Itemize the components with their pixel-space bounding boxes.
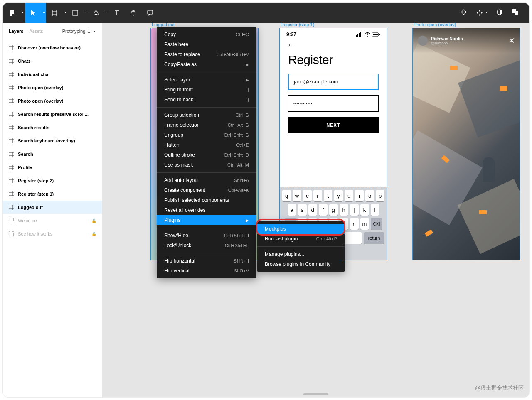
layer-item[interactable]: Search	[3, 147, 102, 161]
chevron-down-icon[interactable]	[21, 11, 25, 15]
submenu-item[interactable]: Run last pluginCtrl+Alt+P	[257, 234, 345, 244]
key-a[interactable]: a	[288, 204, 296, 216]
menu-item[interactable]: Lock/UnlockCtrl+Shift+L	[157, 240, 256, 250]
menu-item[interactable]: Outline strokeCtrl+Shift+O	[157, 150, 256, 160]
lock-icon[interactable]: 🔒	[91, 218, 96, 223]
layer-item[interactable]: Profile	[3, 161, 102, 174]
layer-item[interactable]: Search results (preserve scroll...	[3, 108, 102, 121]
submenu-item[interactable]: Mockplus	[257, 224, 345, 234]
menu-item[interactable]: Flip verticalShift+V	[157, 266, 256, 276]
menu-item[interactable]: Reset all overrides	[157, 205, 256, 215]
key-i[interactable]: i	[355, 190, 364, 201]
layer-item[interactable]: Logged out	[3, 201, 102, 214]
key-h[interactable]: h	[340, 204, 348, 216]
key-o[interactable]: o	[365, 190, 374, 201]
close-icon[interactable]: ✕	[509, 36, 515, 45]
avatar[interactable]	[418, 36, 428, 46]
menu-item[interactable]: Paste here	[157, 39, 256, 49]
frame-photo-overlay[interactable]: Ridhwan Nordin @ridzjcob ✕	[412, 28, 520, 260]
menu-item[interactable]: Bring to front]	[157, 85, 256, 95]
key-q[interactable]: q	[282, 190, 291, 201]
menu-item[interactable]: Group selectionCtrl+G	[157, 110, 256, 120]
back-arrow-icon[interactable]: ←	[280, 41, 387, 49]
menu-item[interactable]: Publish selected components	[157, 195, 256, 205]
key-k[interactable]: k	[360, 204, 369, 216]
menu-item[interactable]: CopyCtrl+C	[157, 29, 256, 39]
layer-item[interactable]: Register (step 2)	[3, 174, 102, 187]
menu-item[interactable]: Paste to replaceCtrl+Alt+Shift+V	[157, 49, 256, 59]
key-j[interactable]: j	[350, 204, 359, 216]
scrollbar-thumb[interactable]	[303, 393, 328, 395]
lock-icon[interactable]: 🔒	[91, 232, 96, 236]
menu-item[interactable]: Frame selectionCtrl+Alt+G	[157, 120, 256, 130]
components-icon[interactable]	[476, 9, 488, 17]
frame-tool[interactable]	[46, 3, 63, 23]
key-return[interactable]: return	[364, 232, 384, 244]
menu-item[interactable]: Use as maskCtrl+Alt+M	[157, 160, 256, 170]
frame-label[interactable]: Register (step 1)	[281, 22, 314, 27]
chevron-down-icon[interactable]	[84, 11, 88, 15]
submenu-item[interactable]: Browse plugins in Community	[257, 259, 345, 269]
frame-label[interactable]: Logged out	[152, 22, 175, 27]
menu-item[interactable]: Show/HideCtrl+Shift+H	[157, 231, 256, 240]
layer-item[interactable]: Search keyboard (overlay)	[3, 134, 102, 147]
layer-item[interactable]: Register (step 1)	[3, 187, 102, 201]
menu-item[interactable]: Plugins▶	[157, 215, 256, 225]
comment-tool[interactable]	[142, 3, 158, 23]
menu-item[interactable]: Copy/Paste as▶	[157, 59, 256, 69]
key-g[interactable]: g	[329, 204, 338, 216]
move-tool[interactable]	[25, 3, 42, 23]
key-w[interactable]: w	[293, 190, 301, 201]
key-s[interactable]: s	[298, 204, 307, 216]
chevron-down-icon[interactable]	[63, 11, 67, 15]
tab-assets[interactable]: Assets	[29, 29, 43, 34]
next-button[interactable]: NEXT	[288, 117, 379, 133]
key-e[interactable]: e	[303, 190, 312, 201]
mask-icon[interactable]	[496, 8, 503, 17]
menu-item[interactable]: Send to back[	[157, 95, 256, 105]
menu-item[interactable]: FlattenCtrl+E	[157, 140, 256, 150]
layer-item[interactable]: See how it works🔒	[3, 227, 102, 240]
menu-item[interactable]: UngroupCtrl+Shift+G	[157, 130, 256, 140]
menu-item[interactable]: Add auto layoutShift+A	[157, 175, 256, 185]
tab-layers[interactable]: Layers	[9, 29, 23, 34]
key-m[interactable]: m	[360, 218, 369, 230]
restore-icon[interactable]	[460, 8, 468, 17]
key-delete[interactable]: ⌫	[371, 218, 382, 230]
selection-handle[interactable]	[150, 28, 152, 29]
key-f[interactable]: f	[319, 204, 328, 216]
key-u[interactable]: u	[345, 190, 353, 201]
layer-item[interactable]: Chats	[3, 54, 102, 68]
boolean-icon[interactable]	[512, 8, 519, 17]
hand-tool[interactable]	[125, 3, 142, 23]
chevron-down-icon[interactable]	[42, 3, 46, 23]
key-n[interactable]: n	[350, 218, 359, 230]
pen-tool[interactable]	[88, 3, 104, 23]
shape-tool[interactable]	[67, 3, 84, 23]
layer-item[interactable]: Photo open (overlay)	[3, 94, 102, 108]
frame-label[interactable]: Photo open (overlay)	[414, 22, 456, 27]
register-title: Register	[280, 49, 387, 74]
layer-item[interactable]: Search results	[3, 121, 102, 134]
password-field[interactable]: ••••••••••••	[288, 95, 379, 112]
menu-item[interactable]: Flip horizontalShift+H	[157, 256, 256, 266]
layer-item[interactable]: Individual chat	[3, 68, 102, 81]
canvas[interactable]: Logged out Register (step 1) 9:27 ← Regi…	[103, 23, 529, 397]
key-d[interactable]: d	[308, 204, 317, 216]
key-t[interactable]: t	[324, 190, 332, 201]
key-y[interactable]: y	[334, 190, 343, 201]
layer-item[interactable]: Welcome🔒	[3, 214, 102, 227]
key-p[interactable]: p	[376, 190, 384, 201]
figma-menu[interactable]	[5, 3, 21, 23]
key-r[interactable]: r	[313, 190, 322, 201]
email-field[interactable]: jane@example.com	[288, 74, 379, 90]
menu-item[interactable]: Create componentCtrl+Alt+K	[157, 185, 256, 195]
key-l[interactable]: l	[371, 204, 379, 216]
menu-item[interactable]: Select layer▶	[157, 75, 256, 85]
text-tool[interactable]	[108, 3, 125, 23]
chevron-down-icon[interactable]	[104, 11, 108, 15]
layer-item[interactable]: Photo open (overlay)	[3, 81, 102, 94]
submenu-item[interactable]: Manage plugins...	[257, 249, 345, 259]
layer-item[interactable]: Discover (overflow behavior)	[3, 41, 102, 54]
page-selector[interactable]: Prototyping i...	[62, 29, 96, 34]
